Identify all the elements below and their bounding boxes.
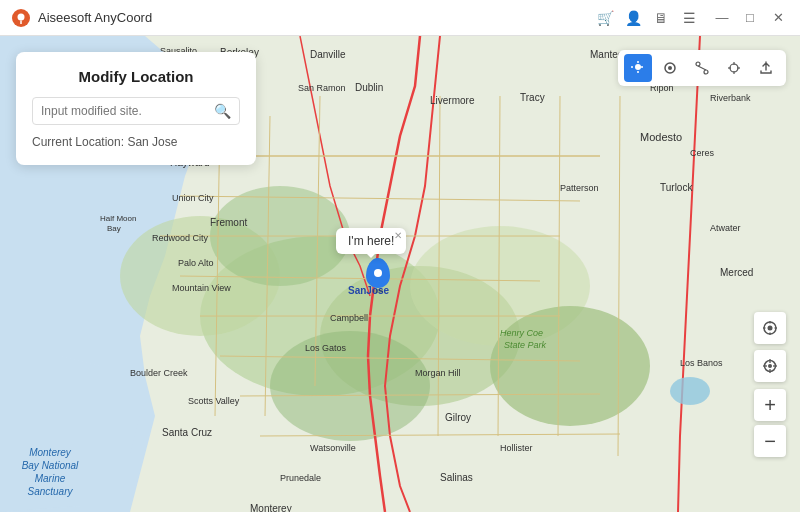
- svg-text:Watsonville: Watsonville: [310, 443, 356, 453]
- svg-text:Monterey: Monterey: [29, 447, 72, 458]
- svg-text:Los Gatos: Los Gatos: [305, 343, 347, 353]
- svg-text:Bay: Bay: [107, 224, 121, 233]
- svg-text:Los Banos: Los Banos: [680, 358, 723, 368]
- map-toolbar: [618, 50, 786, 86]
- svg-text:Danville: Danville: [310, 49, 346, 60]
- svg-point-73: [670, 377, 710, 405]
- svg-text:Ceres: Ceres: [690, 148, 715, 158]
- window-controls: — □ ✕: [712, 8, 788, 28]
- svg-text:Salinas: Salinas: [440, 472, 473, 483]
- current-location-value: San Jose: [127, 135, 177, 149]
- crosshair-button[interactable]: [720, 54, 748, 82]
- current-location-label: Current Location:: [32, 135, 124, 149]
- route-mode-button[interactable]: [688, 54, 716, 82]
- popup-text: I'm here!: [348, 234, 394, 248]
- svg-point-96: [768, 364, 772, 368]
- search-input[interactable]: [41, 104, 214, 118]
- svg-text:Santa Cruz: Santa Cruz: [162, 427, 212, 438]
- minimize-button[interactable]: —: [712, 8, 732, 28]
- svg-point-74: [635, 64, 641, 70]
- close-button[interactable]: ✕: [768, 8, 788, 28]
- app-logo: [12, 9, 30, 27]
- svg-text:Hollister: Hollister: [500, 443, 533, 453]
- orbit-mode-button[interactable]: [656, 54, 684, 82]
- menu-icon[interactable]: ☰: [678, 7, 700, 29]
- svg-point-80: [730, 64, 738, 72]
- svg-text:Boulder Creek: Boulder Creek: [130, 368, 188, 378]
- svg-text:Dublin: Dublin: [355, 82, 383, 93]
- location-pin: [366, 258, 390, 293]
- svg-text:Half Moon: Half Moon: [100, 214, 136, 223]
- svg-text:Livermore: Livermore: [430, 95, 475, 106]
- svg-point-0: [18, 13, 25, 20]
- title-bar: Aiseesoft AnyCoord 🛒 👤 🖥 ☰ — □ ✕: [0, 0, 800, 36]
- popup-close-button[interactable]: ✕: [394, 230, 402, 241]
- svg-text:Prunedale: Prunedale: [280, 473, 321, 483]
- svg-text:Modesto: Modesto: [640, 131, 682, 143]
- pin-body: [366, 258, 390, 288]
- svg-text:San Ramon: San Ramon: [298, 83, 346, 93]
- svg-text:Morgan Hill: Morgan Hill: [415, 368, 461, 378]
- svg-text:Bay National: Bay National: [22, 460, 79, 471]
- modify-location-panel: Modify Location 🔍 Current Location: San …: [16, 52, 256, 165]
- main-content: Berkeley Sausalito Moraga Danville Mante…: [0, 36, 800, 512]
- svg-text:Riverbank: Riverbank: [710, 93, 751, 103]
- app-title: Aiseesoft AnyCoord: [38, 10, 594, 25]
- svg-text:Palo Alto: Palo Alto: [178, 258, 214, 268]
- svg-text:Henry Coe: Henry Coe: [500, 328, 543, 338]
- svg-text:Turlock: Turlock: [660, 182, 693, 193]
- svg-point-10: [270, 331, 430, 441]
- export-button[interactable]: [752, 54, 780, 82]
- svg-text:Campbell: Campbell: [330, 313, 368, 323]
- svg-point-77: [696, 62, 700, 66]
- svg-text:Atwater: Atwater: [710, 223, 741, 233]
- svg-text:Marine: Marine: [35, 473, 66, 484]
- svg-text:Patterson: Patterson: [560, 183, 599, 193]
- svg-text:Tracy: Tracy: [520, 92, 545, 103]
- svg-text:Union City: Union City: [172, 193, 214, 203]
- user-icon[interactable]: 👤: [622, 7, 644, 29]
- svg-text:Merced: Merced: [720, 267, 753, 278]
- svg-text:Redwood City: Redwood City: [152, 233, 209, 243]
- maximize-button[interactable]: □: [740, 8, 760, 28]
- svg-text:State Park: State Park: [504, 340, 547, 350]
- monitor-icon[interactable]: 🖥: [650, 7, 672, 29]
- svg-text:Sanctuary: Sanctuary: [27, 486, 73, 497]
- zoom-in-button[interactable]: +: [754, 389, 786, 421]
- svg-text:Fremont: Fremont: [210, 217, 247, 228]
- gps-button[interactable]: [754, 350, 786, 382]
- svg-point-8: [490, 306, 650, 426]
- svg-point-76: [668, 66, 672, 70]
- location-mode-button[interactable]: [624, 54, 652, 82]
- current-location: Current Location: San Jose: [32, 135, 240, 149]
- zoom-out-button[interactable]: −: [754, 425, 786, 457]
- svg-text:Mountain View: Mountain View: [172, 283, 231, 293]
- toolbar-icons: 🛒 👤 🖥 ☰: [594, 7, 700, 29]
- pin-shadow: [373, 289, 383, 293]
- panel-title: Modify Location: [32, 68, 240, 85]
- svg-text:Scotts Valley: Scotts Valley: [188, 396, 240, 406]
- svg-point-86: [768, 326, 773, 331]
- svg-text:Gilroy: Gilroy: [445, 412, 471, 423]
- svg-point-78: [704, 70, 708, 74]
- search-icon[interactable]: 🔍: [214, 103, 231, 119]
- cart-icon[interactable]: 🛒: [594, 7, 616, 29]
- svg-line-79: [698, 66, 706, 70]
- svg-text:Monterey: Monterey: [250, 503, 292, 512]
- map-popup: ✕ I'm here!: [336, 228, 406, 254]
- search-row[interactable]: 🔍: [32, 97, 240, 125]
- target-button[interactable]: [754, 312, 786, 344]
